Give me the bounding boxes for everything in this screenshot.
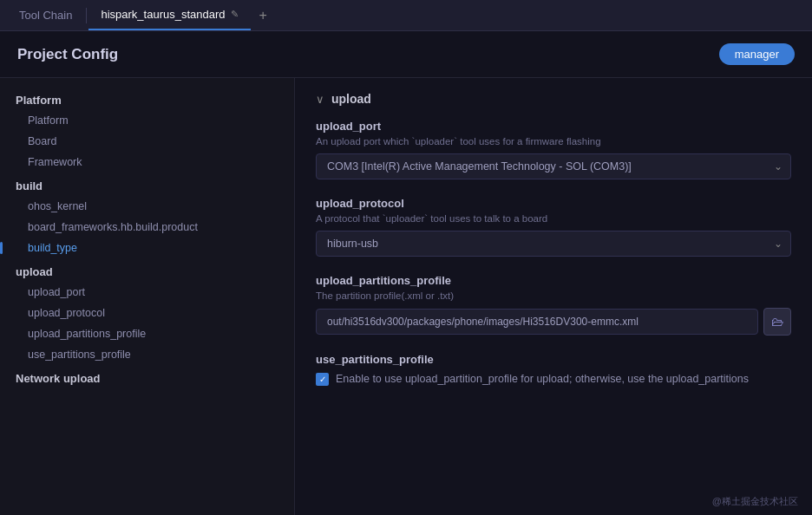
sidebar-item-ohos-kernel[interactable]: ohos_kernel (0, 196, 294, 217)
sidebar: Platform Platform Board Framework build … (0, 78, 295, 515)
sidebar-section-network-upload: Network upload (0, 365, 294, 388)
tab-toolchain-label: Tool Chain (19, 9, 72, 22)
sidebar-item-board[interactable]: Board (0, 131, 294, 152)
field-upload-protocol: upload_protocol A protocol that `uploade… (316, 197, 791, 257)
upload-protocol-select[interactable]: hiburn-usb (316, 231, 791, 257)
sidebar-item-upload-partitions-profile[interactable]: upload_partitions_profile (0, 323, 294, 344)
checkbox-check-icon: ✓ (319, 375, 326, 384)
tab-divider (86, 8, 87, 23)
upload-partitions-profile-input[interactable] (316, 309, 758, 335)
field-use-partitions-profile: use_partitions_profile ✓ Enable to use u… (316, 353, 791, 388)
manager-button[interactable]: manager (719, 43, 795, 65)
upload-protocol-desc: A protocol that `uploader` tool uses to … (316, 213, 791, 224)
field-upload-partitions-profile: upload_partitions_profile The partition … (316, 274, 791, 336)
section-title: upload (331, 92, 371, 106)
upload-partitions-profile-input-row: 🗁 (316, 308, 791, 336)
upload-protocol-select-wrapper: hiburn-usb ⌄ (316, 231, 791, 257)
upload-section-header: ∨ upload (316, 92, 791, 106)
folder-icon: 🗁 (771, 315, 783, 329)
use-partitions-profile-label: use_partitions_profile (316, 353, 791, 366)
sidebar-item-board-frameworks[interactable]: board_frameworks.hb.build.product (0, 217, 294, 238)
use-partitions-profile-checkbox-row: ✓ Enable to use upload_partition_profile… (316, 371, 791, 388)
upload-port-label: upload_port (316, 120, 791, 133)
right-panel: ∨ upload upload_port An upload port whic… (295, 78, 812, 515)
upload-port-select-wrapper: COM3 [Intel(R) Active Management Technol… (316, 153, 791, 179)
sidebar-item-platform[interactable]: Platform (0, 110, 294, 131)
tab-toolchain[interactable]: Tool Chain (7, 0, 84, 30)
use-partitions-profile-checkbox-text: Enable to use upload_partition_profile f… (336, 371, 749, 388)
section-chevron-icon[interactable]: ∨ (316, 93, 324, 106)
title-bar: Tool Chain hispark_taurus_standard ✎ + (0, 0, 812, 31)
add-tab-icon: + (259, 8, 267, 23)
field-upload-port: upload_port An upload port which `upload… (316, 120, 791, 179)
sidebar-section-build: build (0, 173, 294, 196)
tab-hispark-label: hispark_taurus_standard (101, 8, 225, 21)
sidebar-section-upload: upload (0, 258, 294, 282)
browse-button[interactable]: 🗁 (763, 308, 791, 336)
tab-hispark[interactable]: hispark_taurus_standard ✎ (88, 0, 250, 30)
body-area: Platform Platform Board Framework build … (0, 78, 812, 515)
tab-edit-icon[interactable]: ✎ (231, 9, 239, 20)
add-tab-button[interactable]: + (251, 8, 276, 23)
upload-partitions-profile-desc: The partition profile(.xml or .txt) (316, 290, 791, 301)
sidebar-item-use-partitions-profile[interactable]: use_partitions_profile (0, 344, 294, 365)
upload-port-desc: An upload port which `uploader` tool use… (316, 136, 791, 147)
upload-port-select[interactable]: COM3 [Intel(R) Active Management Technol… (316, 153, 791, 179)
page-title: Project Config (17, 46, 118, 63)
sidebar-item-framework[interactable]: Framework (0, 152, 294, 173)
project-header: Project Config manager (0, 31, 812, 78)
use-partitions-profile-checkbox[interactable]: ✓ (316, 373, 329, 386)
sidebar-section-platform: Platform (0, 87, 294, 110)
upload-protocol-label: upload_protocol (316, 197, 791, 210)
sidebar-item-upload-protocol[interactable]: upload_protocol (0, 303, 294, 323)
sidebar-item-upload-port[interactable]: upload_port (0, 282, 294, 303)
upload-partitions-profile-label: upload_partitions_profile (316, 274, 791, 287)
main-content: Project Config manager Platform Platform… (0, 31, 812, 515)
sidebar-item-build-type[interactable]: build_type (0, 238, 294, 258)
